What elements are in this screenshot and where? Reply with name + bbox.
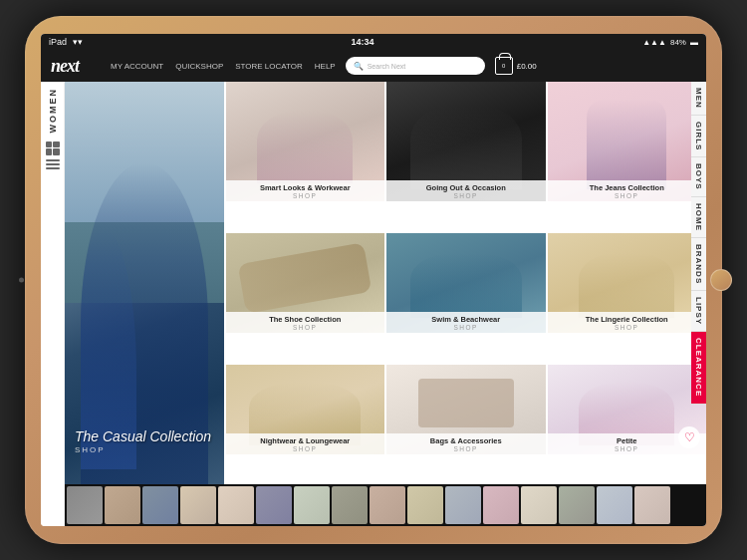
- list-view-icon[interactable]: [46, 159, 60, 169]
- grid-item-label: The Jeans Collection SHOP: [548, 180, 707, 201]
- cart-icon: 0: [495, 57, 513, 75]
- ipad-screen: iPad ▾▾ 14:34 ▲▲▲ 84% ▬ next MY ACCOUNT …: [41, 34, 706, 526]
- thumb-1[interactable]: [67, 486, 103, 524]
- search-placeholder: Search Next: [368, 63, 406, 70]
- search-bar[interactable]: 🔍 Search Next: [346, 57, 485, 75]
- grid-item-label: The Shoe Collection SHOP: [226, 312, 385, 333]
- grid-item-lingerie[interactable]: The Lingerie Collection SHOP: [548, 233, 707, 333]
- right-sidebar: MEN GIRLS BOYS HOME BRANDS LIPSY CLEARAN…: [691, 82, 706, 405]
- tab-clearance[interactable]: CLEARANCE: [691, 332, 706, 404]
- grid-item-label: Nightwear & Loungewear SHOP: [226, 433, 385, 454]
- grid-item-label: The Lingerie Collection SHOP: [548, 312, 707, 333]
- thumb-9[interactable]: [370, 486, 405, 524]
- logo[interactable]: next: [51, 56, 101, 77]
- tab-brands[interactable]: BRANDS: [691, 238, 706, 291]
- thumb-14[interactable]: [559, 486, 595, 524]
- content-area: The Casual Collection SHOP Smart Looks &…: [65, 82, 706, 526]
- featured-image: [65, 82, 224, 484]
- search-icon: 🔍: [354, 62, 364, 71]
- item-title-shoes: The Shoe Collection: [230, 315, 381, 324]
- main-content: WOMEN: [41, 82, 706, 526]
- nav-quickshop[interactable]: QUICKSHOP: [175, 62, 223, 71]
- featured-shop-label[interactable]: SHOP: [75, 445, 211, 454]
- cart-area[interactable]: 0 £0.00: [495, 57, 537, 75]
- item-shop-petite[interactable]: SHOP: [552, 445, 703, 452]
- ipad-frame: iPad ▾▾ 14:34 ▲▲▲ 84% ▬ next MY ACCOUNT …: [25, 16, 722, 544]
- item-title-lingerie: The Lingerie Collection: [552, 315, 703, 324]
- thumb-12[interactable]: [483, 486, 519, 524]
- item-shop-nightwear[interactable]: SHOP: [230, 445, 381, 452]
- grid-item-shoes[interactable]: The Shoe Collection SHOP: [226, 233, 385, 333]
- camera-dot: [19, 278, 24, 283]
- battery-icon: ▬: [690, 38, 698, 47]
- home-button[interactable]: [710, 269, 732, 291]
- thumb-8[interactable]: [332, 486, 368, 524]
- thumb-4[interactable]: [180, 486, 216, 524]
- thumb-10[interactable]: [407, 486, 443, 524]
- battery-pct: 84%: [670, 38, 686, 47]
- status-time: 14:34: [352, 37, 374, 47]
- status-left: iPad ▾▾: [49, 37, 83, 47]
- thumb-6[interactable]: [256, 486, 292, 524]
- signal-icon: ▲▲▲: [642, 38, 666, 47]
- nav-my-account[interactable]: MY ACCOUNT: [111, 62, 163, 71]
- thumbnail-strip: [65, 484, 706, 526]
- thumb-5[interactable]: [218, 486, 254, 524]
- grid-item-label: Smart Looks & Workwear SHOP: [226, 180, 385, 201]
- thumb-3[interactable]: [142, 486, 178, 524]
- item-shop-jeans[interactable]: SHOP: [552, 192, 703, 199]
- heart-wishlist-icon[interactable]: ♡: [678, 426, 700, 448]
- item-shop-bags[interactable]: SHOP: [390, 445, 542, 452]
- item-title-bags: Bags & Accessories: [390, 436, 542, 445]
- cart-count: 0: [502, 63, 505, 69]
- grid-item-smart-looks[interactable]: Smart Looks & Workwear SHOP: [226, 82, 385, 201]
- item-shop-smart[interactable]: SHOP: [230, 192, 381, 199]
- tab-men[interactable]: MEN: [691, 82, 706, 116]
- grid-item-label: Swim & Beachwear SHOP: [386, 312, 546, 333]
- ipad-label: iPad: [49, 37, 67, 47]
- grid-item-nightwear[interactable]: Nightwear & Loungewear SHOP: [226, 365, 385, 454]
- thumb-2[interactable]: [105, 486, 140, 524]
- grid-item-petite[interactable]: Petite SHOP ♡: [548, 365, 707, 454]
- grid-item-label: Going Out & Occasion SHOP: [386, 180, 546, 201]
- cart-price: £0.00: [517, 62, 537, 71]
- featured-grid: The Casual Collection SHOP Smart Looks &…: [65, 82, 706, 484]
- item-shop-going-out[interactable]: SHOP: [390, 192, 542, 199]
- collection-title: The Casual Collection: [75, 428, 211, 445]
- item-shop-lingerie[interactable]: SHOP: [552, 324, 703, 331]
- left-sidebar: WOMEN: [41, 82, 65, 526]
- item-shop-swim[interactable]: SHOP: [390, 324, 542, 331]
- item-title-swim: Swim & Beachwear: [390, 315, 542, 324]
- header: next MY ACCOUNT QUICKSHOP STORE LOCATOR …: [41, 50, 706, 82]
- thumb-13[interactable]: [521, 486, 557, 524]
- tab-boys[interactable]: BOYS: [691, 157, 706, 197]
- nav-items: MY ACCOUNT QUICKSHOP STORE LOCATOR HELP: [111, 62, 336, 71]
- thumb-7[interactable]: [294, 486, 330, 524]
- tab-girls[interactable]: GIRLS: [691, 116, 706, 157]
- item-title-jeans: The Jeans Collection: [552, 183, 703, 192]
- nav-store-locator[interactable]: STORE LOCATOR: [235, 62, 303, 71]
- grid-item-label: Bags & Accessories SHOP: [386, 433, 546, 454]
- grid-item-swim[interactable]: Swim & Beachwear SHOP: [386, 233, 546, 333]
- status-right: ▲▲▲ 84% ▬: [642, 38, 698, 47]
- item-title-nightwear: Nightwear & Loungewear: [230, 436, 381, 445]
- status-bar: iPad ▾▾ 14:34 ▲▲▲ 84% ▬: [41, 34, 706, 50]
- grid-item-jeans[interactable]: The Jeans Collection SHOP: [548, 82, 707, 201]
- tab-home[interactable]: HOME: [691, 197, 706, 238]
- collection-label: The Casual Collection SHOP: [75, 428, 211, 454]
- grid-item-bags[interactable]: Bags & Accessories SHOP: [386, 365, 546, 454]
- thumb-16[interactable]: [634, 486, 670, 524]
- wifi-icon: ▾▾: [73, 37, 83, 47]
- item-shop-shoes[interactable]: SHOP: [230, 324, 381, 331]
- grid-item-going-out[interactable]: Going Out & Occasion SHOP: [386, 82, 546, 201]
- grid-view-icon[interactable]: [46, 141, 60, 155]
- nav-help[interactable]: HELP: [315, 62, 336, 71]
- item-title-going-out: Going Out & Occasion: [390, 183, 542, 192]
- item-title-smart: Smart Looks & Workwear: [230, 183, 381, 192]
- thumb-11[interactable]: [445, 486, 481, 524]
- featured-large[interactable]: The Casual Collection SHOP: [65, 82, 224, 484]
- tab-lipsy[interactable]: LIPSY: [691, 291, 706, 332]
- women-tab[interactable]: WOMEN: [48, 88, 58, 134]
- thumb-15[interactable]: [597, 486, 632, 524]
